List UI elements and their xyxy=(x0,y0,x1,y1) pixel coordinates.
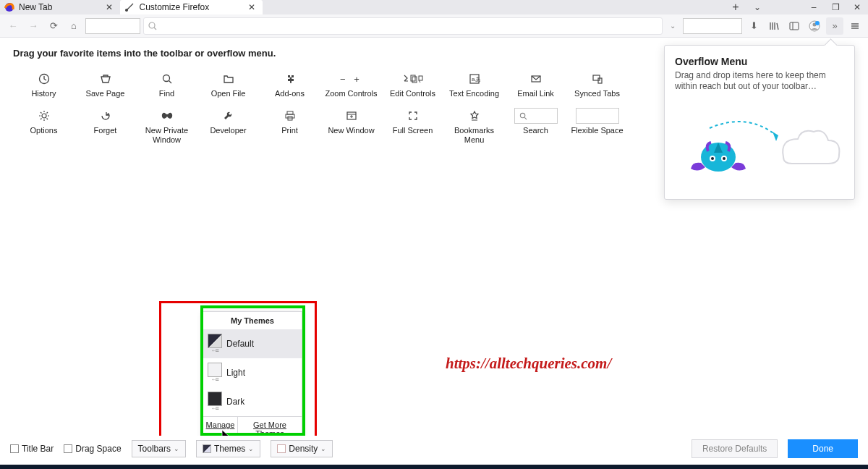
downloads-icon[interactable]: ⬇ xyxy=(745,17,762,35)
svg-point-2 xyxy=(149,22,155,28)
item-addons[interactable]: Add-ons xyxy=(259,66,320,103)
theme-dark[interactable]: ←≡ Dark xyxy=(203,387,302,416)
overflow-desc: Drag and drop items here to keep them wi… xyxy=(675,70,844,92)
themes-header: My Themes xyxy=(203,312,302,329)
search-icon xyxy=(148,22,157,30)
svg-rect-33 xyxy=(287,111,293,114)
svg-point-1 xyxy=(125,9,128,12)
item-new-window[interactable]: New Window xyxy=(320,103,382,149)
search-box[interactable] xyxy=(143,17,663,35)
brush-icon xyxy=(124,2,135,12)
theme-default[interactable]: ←≡ Default xyxy=(203,329,302,358)
svg-rect-16 xyxy=(412,77,417,83)
svg-point-47 xyxy=(723,157,726,160)
navbar: ← → ⟳ ⌂ ⌄ ⬇ » xyxy=(0,14,868,38)
firefox-icon xyxy=(4,2,14,12)
svg-rect-17 xyxy=(419,76,422,80)
item-print[interactable]: Print xyxy=(259,103,320,149)
newtab-plus-icon[interactable]: + xyxy=(728,1,744,14)
bottombar: Title Bar Drag Space Toolbars⌄ Themes⌄ D… xyxy=(0,436,868,462)
density-swatch-icon xyxy=(277,444,286,453)
taskbar-strip xyxy=(0,465,868,469)
titlebar-checkbox[interactable]: Title Bar xyxy=(10,444,54,454)
item-synced-tabs[interactable]: Synced Tabs xyxy=(566,66,628,103)
library-icon[interactable] xyxy=(765,17,783,35)
item-developer[interactable]: Developer xyxy=(197,103,259,149)
hamburger-menu-icon[interactable] xyxy=(846,17,864,35)
themes-dropdown[interactable]: Themes⌄ xyxy=(196,440,260,457)
nav-back-icon[interactable]: ← xyxy=(4,17,22,35)
url-short-box[interactable] xyxy=(85,18,140,34)
restore-defaults-button[interactable]: Restore Defaults xyxy=(692,439,778,458)
svg-point-46 xyxy=(711,157,714,160)
tabs-dropdown-icon[interactable]: ⌄ xyxy=(749,2,765,12)
svg-rect-15 xyxy=(411,75,415,81)
theme-swatch-icon xyxy=(203,444,211,453)
svg-line-29 xyxy=(41,112,42,114)
item-full-screen[interactable]: Full Screen xyxy=(382,103,443,149)
svg-point-13 xyxy=(163,75,169,82)
window-minimize-icon[interactable]: – xyxy=(806,2,822,12)
watermark-text: https://alltechqueries.com/ xyxy=(446,355,611,373)
nav-forward-icon[interactable]: → xyxy=(25,17,42,35)
svg-point-41 xyxy=(520,113,524,117)
item-bookmarks-menu[interactable]: Bookmarks Menu xyxy=(443,103,505,149)
dragspace-checkbox[interactable]: Drag Space xyxy=(64,444,121,454)
svg-point-8 xyxy=(815,21,820,25)
item-private-window[interactable]: New Private Window xyxy=(136,103,197,149)
tab-label: New Tab xyxy=(19,2,52,12)
theme-swatch-icon xyxy=(208,334,222,348)
tab-new-tab[interactable]: New Tab ✕ xyxy=(0,0,120,14)
svg-line-30 xyxy=(46,119,48,120)
theme-swatch-icon xyxy=(208,363,222,377)
tab-customize[interactable]: Customize Firefox ✕ xyxy=(120,0,263,14)
overflow-illustration xyxy=(675,106,844,186)
window-close-icon[interactable]: ✕ xyxy=(849,2,865,12)
toolbars-dropdown[interactable]: Toolbars⌄ xyxy=(132,440,186,457)
account-icon[interactable] xyxy=(806,17,823,35)
item-open-file[interactable]: Open File xyxy=(197,66,259,103)
url-dropdown-icon[interactable]: ⌄ xyxy=(665,22,680,30)
item-text-encoding[interactable]: aあ Text Encoding xyxy=(443,66,505,103)
overflow-chevron-icon[interactable]: » xyxy=(826,17,843,35)
item-history[interactable]: History xyxy=(13,66,75,103)
svg-text:あ: あ xyxy=(475,76,480,83)
item-zoom-controls[interactable]: − + Zoom Controls xyxy=(320,66,382,103)
item-flexible-space[interactable]: Flexible Space xyxy=(566,103,628,149)
overflow-panel: Overflow Menu Drag and drop items here t… xyxy=(664,45,855,200)
svg-line-31 xyxy=(41,119,42,120)
item-forget[interactable]: Forget xyxy=(75,103,136,149)
density-dropdown[interactable]: Density⌄ xyxy=(271,440,333,457)
window-maximize-icon[interactable]: ❐ xyxy=(827,2,843,12)
nav-home-icon[interactable]: ⌂ xyxy=(65,17,82,35)
done-button[interactable]: Done xyxy=(788,439,858,458)
item-edit-controls[interactable]: Edit Controls xyxy=(382,66,443,103)
theme-light[interactable]: ←≡ Light xyxy=(203,358,302,387)
svg-line-14 xyxy=(169,81,171,84)
right-field-box[interactable] xyxy=(683,18,742,34)
tab-close-icon[interactable]: ✕ xyxy=(247,2,257,12)
svg-point-24 xyxy=(42,114,46,118)
item-find[interactable]: Find xyxy=(136,66,197,103)
svg-line-3 xyxy=(154,28,156,30)
item-options[interactable]: Options xyxy=(13,103,75,149)
overflow-title: Overflow Menu xyxy=(675,56,844,67)
themes-popup: My Themes ←≡ Default ←≡ Light ←≡ Dark Ma… xyxy=(203,311,302,442)
nav-reload-icon[interactable]: ⟳ xyxy=(45,17,62,35)
item-search[interactable]: Search xyxy=(505,103,566,149)
svg-line-32 xyxy=(46,112,48,114)
tab-close-icon[interactable]: ✕ xyxy=(104,2,114,12)
theme-swatch-icon xyxy=(208,392,222,406)
svg-line-42 xyxy=(524,117,527,119)
svg-rect-4 xyxy=(790,22,799,30)
item-save-page[interactable]: Save Page xyxy=(75,66,136,103)
sidebar-icon[interactable] xyxy=(786,17,803,35)
item-email-link[interactable]: Email Link xyxy=(505,66,566,103)
tab-label: Customize Firefox xyxy=(139,2,209,12)
